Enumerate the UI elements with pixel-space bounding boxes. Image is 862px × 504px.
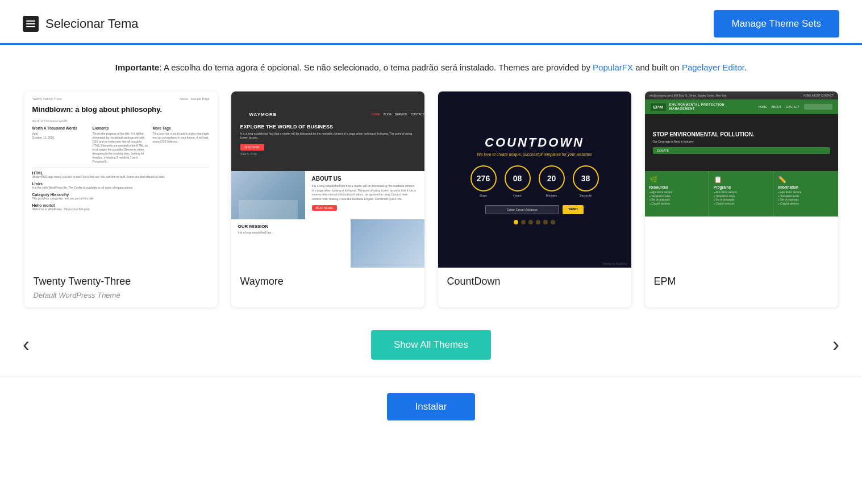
waymore-nav-blog: BLOG	[384, 113, 392, 116]
epm-resources-title: Resources	[649, 185, 704, 189]
ttt-meta: Worth A Thousand Words	[32, 119, 210, 123]
waymore-hero-date: June 5, 2019	[240, 152, 415, 156]
waymore-nav-contact: CONTACT	[411, 113, 424, 116]
epm-nav-about: ABOUT	[771, 105, 781, 109]
ttt-item-hello: Hello world! Welcome to WordPress. This …	[32, 203, 210, 211]
countdown-email-row: Enter Email Address SEND	[449, 205, 620, 214]
countdown-counters: 276 Days 08 Hours 20 Minutes 38 Seconds	[449, 165, 620, 197]
description-text: Importante: A escolha do tema agora é op…	[0, 45, 862, 86]
cd-hours: 08 Hours	[505, 165, 531, 197]
epm-search-box	[804, 104, 832, 110]
ttt-col-1: Worth A Thousand Words StartOctober 11, …	[32, 126, 89, 164]
ttt-links-title: Links	[32, 182, 210, 186]
countdown-dots	[449, 220, 620, 224]
waymore-about: ABOUT US It is a long established fact t…	[231, 171, 424, 219]
epm-top-left: info@company.com | 999 Bray St., Street,…	[649, 94, 727, 97]
epm-information-item3: » Set of proposals	[778, 198, 833, 201]
ttt-links-text: It is the swift WordPress file. The Code…	[32, 186, 210, 190]
ttt-headline: Mindblown: a blog about philosophy.	[32, 105, 210, 115]
waymore-mission-content: OUR MISSION It is a long established fac…	[231, 219, 351, 268]
install-button[interactable]: Instalar	[387, 393, 476, 420]
popularfx-link[interactable]: PopularFX	[593, 63, 633, 72]
waymore-hero-content: EXPLORE THE WORLD OF BUSINESS It is a lo…	[240, 124, 415, 156]
waymore-about-title: ABOUT US	[312, 176, 418, 182]
epm-hero: STOP ENVIRONMENTAL POLLUTION. Our Covera…	[645, 114, 838, 171]
header-icon	[23, 16, 39, 32]
epm-programs-item4: » Copylot services	[714, 202, 768, 205]
ttt-nav-bar: Twenty Twenty-Three About Sample Page	[32, 97, 210, 101]
epm-logo: EPM	[651, 103, 666, 111]
waymore-nav: WAYMORE HOME BLOG SERVICE CONTACT	[249, 112, 424, 117]
ttt-columns: Worth A Thousand Words StartOctober 11, …	[32, 126, 210, 164]
ttt-cat-title: Category Hierarchy	[32, 193, 210, 197]
show-all-themes-button[interactable]: Show All Themes	[371, 330, 491, 360]
epm-nav-area: HOME ABOUT CONTACT	[758, 104, 832, 110]
epm-programs-item1: » Alps demo sempre	[714, 191, 768, 194]
waymore-mission-image	[351, 219, 424, 268]
theme-card-waymore[interactable]: WAYMORE HOME BLOG SERVICE CONTACT EXPLOR…	[231, 91, 424, 307]
theme-name-countdown: CountDown	[438, 268, 631, 291]
countdown-title: COUNTDOWN	[449, 135, 620, 150]
epm-hero-title: STOP ENVIRONMENTAL POLLUTION.	[653, 131, 830, 138]
waymore-hero-text: It is a long established fact that a rea…	[240, 132, 415, 140]
themes-grid: Twenty Twenty-Three About Sample Page Mi…	[0, 91, 862, 307]
cd-dot-1	[514, 220, 518, 224]
cd-seconds: 38 Seconds	[573, 165, 599, 197]
prev-arrow-button[interactable]: ‹	[23, 333, 30, 357]
epm-information-title: Information	[778, 185, 833, 189]
ttt-col2-title: Elements	[93, 126, 149, 130]
ttt-html-title: HTML	[32, 171, 210, 175]
theme-preview-countdown: COUNTDOWN We love to create unique, succ…	[438, 91, 631, 268]
waymore-hero: WAYMORE HOME BLOG SERVICE CONTACT EXPLOR…	[231, 91, 424, 171]
waymore-mission: OUR MISSION It is a long established fac…	[231, 219, 424, 268]
ttt-col1-title: Worth A Thousand Words	[32, 126, 89, 130]
epm-nav-contact: CONTACT	[786, 105, 799, 109]
ttt-nav-left: Twenty Twenty-Three	[32, 97, 62, 101]
cd-days-label: Days	[480, 194, 487, 197]
theme-card-countdown[interactable]: COUNTDOWN We love to create unique, succ…	[438, 91, 631, 307]
epm-information-icon: ✏️	[778, 176, 833, 184]
manage-theme-sets-button[interactable]: Manage Theme Sets	[714, 10, 840, 38]
epm-logo-full-text: ENVIRONMENTAL PROTECTION MANAGEMENT	[669, 103, 726, 111]
epm-resources-item1: » Alps demo sempre	[649, 191, 704, 194]
ttt-col1-text: StartOctober 11, 2009	[32, 132, 89, 140]
next-arrow-button[interactable]: ›	[832, 333, 839, 357]
ttt-col3-title: More Tags	[153, 126, 210, 130]
epm-programs-title: Programs	[714, 185, 768, 189]
waymore-nav-home: HOME	[372, 113, 380, 116]
cd-dot-6	[551, 220, 555, 224]
epm-header: EPM ENVIRONMENTAL PROTECTION MANAGEMENT …	[645, 99, 838, 114]
ttt-col-2: Elements This is the purpose of the titl…	[93, 126, 149, 164]
theme-card-epm[interactable]: info@company.com | 999 Bray St., Street,…	[645, 91, 838, 307]
waymore-nav-links: HOME BLOG SERVICE CONTACT	[372, 113, 424, 116]
bottom-section: Instalar	[0, 377, 862, 436]
theme-preview-twentytwentythree: Twenty Twenty-Three About Sample Page Mi…	[24, 91, 218, 268]
countdown-footer: Theme by StyleFlux	[602, 262, 627, 265]
epm-cell-resources: 🌿 Resources » Alps demo sempre » Templat…	[645, 171, 709, 216]
ttt-item-cat: Category Hierarchy This post has categor…	[32, 193, 210, 201]
cd-dot-2	[521, 220, 526, 224]
cd-days: 276 Days	[470, 165, 497, 197]
ttt-col-3: More Tags This post has a lot of built i…	[153, 126, 210, 164]
waymore-mission-title: OUR MISSION	[238, 224, 344, 229]
cd-seconds-label: Seconds	[580, 194, 592, 197]
cd-minutes-label: Minutes	[546, 194, 557, 197]
theme-name-epm: EPM	[645, 268, 838, 291]
cd-days-circle: 276	[470, 165, 497, 191]
epm-resources-item4: » Copylot services	[649, 202, 704, 205]
waymore-about-text: It is a long established fact that a rea…	[312, 184, 418, 201]
ttt-hello-title: Hello world!	[32, 203, 210, 207]
epm-information-item4: » Copylot services	[778, 202, 833, 205]
theme-subtitle-twentytwentythree: Default WordPress Theme	[24, 291, 218, 307]
epm-programs-item3: » Set of proposals	[714, 198, 768, 201]
epm-resources-icon: 🌿	[649, 176, 704, 184]
ttt-cat-text: This post has categories. test are part …	[32, 197, 210, 201]
cd-dot-3	[528, 220, 533, 224]
theme-card-twentytwentythree[interactable]: Twenty Twenty-Three About Sample Page Mi…	[24, 91, 218, 307]
pagelayer-link[interactable]: Pagelayer Editor	[682, 63, 744, 72]
cd-hours-circle: 08	[505, 165, 531, 191]
epm-logo-area: EPM ENVIRONMENTAL PROTECTION MANAGEMENT	[651, 103, 726, 111]
waymore-about-content: ABOUT US It is a long established fact t…	[305, 171, 424, 219]
ttt-hello-text: Welcome to WordPress. This is your first…	[32, 207, 210, 211]
epm-programs-item2: » Templation sutes	[714, 195, 768, 198]
